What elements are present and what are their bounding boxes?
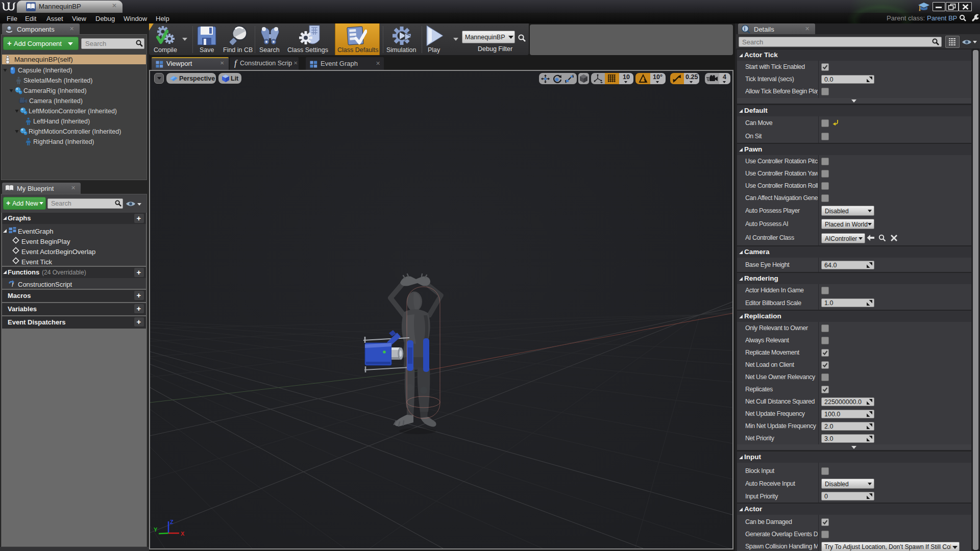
svg-text:Y: Y (154, 527, 158, 533)
svg-text:Z: Z (170, 519, 174, 525)
svg-text:X: X (181, 531, 185, 537)
svg-text:i: i (744, 26, 746, 32)
